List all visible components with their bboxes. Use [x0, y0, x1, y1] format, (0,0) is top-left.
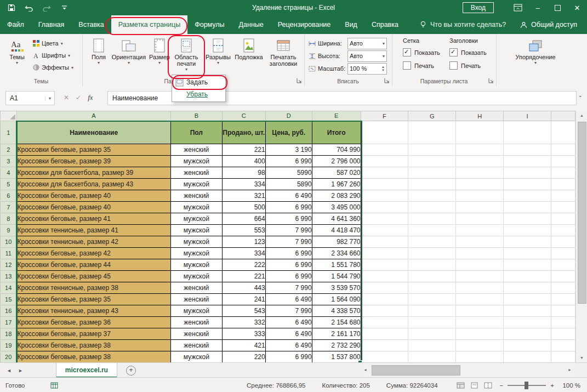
cell-empty[interactable] — [408, 225, 456, 236]
save-icon[interactable] — [7, 3, 16, 13]
cell-empty[interactable] — [551, 340, 575, 351]
cell-C14[interactable]: 443 — [222, 282, 265, 294]
horizontal-scrollbar[interactable]: ◄ ► — [361, 363, 575, 377]
cell-empty[interactable] — [408, 328, 456, 340]
cell-C12[interactable]: 222 — [222, 259, 265, 271]
cell-E10[interactable]: 982 770 — [312, 236, 361, 248]
cell-empty[interactable] — [456, 248, 504, 259]
insert-function-icon[interactable]: fx — [88, 93, 93, 102]
cancel-icon[interactable]: ✕ — [64, 94, 69, 101]
cell-empty[interactable] — [456, 156, 504, 167]
cell-B18[interactable]: женский — [170, 328, 222, 340]
cell-empty[interactable] — [551, 156, 575, 167]
zoom-out-icon[interactable]: − — [500, 382, 504, 389]
cell-empty[interactable] — [361, 271, 408, 282]
cell-B16[interactable]: мужской — [170, 305, 222, 317]
cell-empty[interactable] — [504, 248, 551, 259]
cell-C17[interactable]: 332 — [222, 317, 265, 328]
cell-empty[interactable] — [551, 167, 575, 179]
cell-A3[interactable]: Кроссовки беговые, размер 39 — [16, 156, 170, 167]
row-header-14[interactable]: 14 — [1, 282, 17, 294]
gridlines-print-checkbox[interactable]: Печать — [403, 61, 446, 70]
cell-empty[interactable] — [408, 271, 456, 282]
sheet-nav-right-icon[interactable]: ► — [18, 368, 23, 373]
print-titles-button[interactable]: Печатать заголовки — [265, 36, 301, 67]
tab-home[interactable]: Главная — [31, 15, 72, 34]
tab-formulas[interactable]: Формулы — [187, 15, 231, 34]
tab-insert[interactable]: Вставка — [71, 15, 111, 34]
theme-effects-button[interactable]: Эффекты▾ — [33, 62, 73, 73]
cell-empty[interactable] — [456, 271, 504, 282]
cell-D4[interactable]: 5990 — [265, 167, 312, 179]
row-header-4[interactable]: 4 — [1, 167, 17, 179]
zoom-in-icon[interactable]: + — [550, 382, 554, 389]
cell-empty[interactable] — [361, 167, 408, 179]
cell-A19[interactable]: Кроссовки беговые, размер 38 — [16, 340, 170, 351]
cell-C8[interactable]: 664 — [222, 213, 265, 225]
formula-bar-expand-icon[interactable]: ⌄ — [578, 92, 583, 98]
height-combo[interactable]: Авто▾ — [347, 50, 387, 62]
cell-E20[interactable]: 1 537 800 — [312, 351, 361, 363]
tab-file[interactable]: Файл — [0, 15, 31, 34]
headings-print-checkbox[interactable]: Печать — [449, 61, 493, 70]
view-page-layout-icon[interactable] — [470, 382, 478, 389]
cell-D10[interactable]: 7 990 — [265, 236, 312, 248]
cell-empty[interactable] — [504, 225, 551, 236]
cell-empty[interactable] — [456, 144, 504, 156]
cell-C18[interactable]: 333 — [222, 328, 265, 340]
cell-empty[interactable] — [361, 156, 408, 167]
cell-empty[interactable] — [504, 202, 551, 213]
cell-E5[interactable]: 1 967 260 — [312, 179, 361, 190]
cell-E7[interactable]: 3 495 000 — [312, 202, 361, 213]
cell-A12[interactable]: Кроссовки беговые, размер 44 — [16, 259, 170, 271]
scroll-right-icon[interactable]: ► — [565, 368, 574, 372]
cell-empty[interactable] — [456, 167, 504, 179]
cell-B2[interactable]: женский — [170, 144, 222, 156]
cell-empty[interactable] — [408, 121, 456, 144]
cell-E17[interactable]: 2 154 680 — [312, 317, 361, 328]
scroll-left-icon[interactable]: ◄ — [361, 368, 370, 372]
cell-empty[interactable] — [361, 236, 408, 248]
cell-C7[interactable]: 500 — [222, 202, 265, 213]
row-header-1[interactable]: 1 — [1, 121, 17, 144]
cell-C3[interactable]: 400 — [222, 156, 265, 167]
cell-empty[interactable] — [551, 282, 575, 294]
orientation-button[interactable]: Ориентация ▾ — [112, 36, 146, 65]
cell-empty[interactable] — [504, 305, 551, 317]
cell-D5[interactable]: 5890 — [265, 179, 312, 190]
cell-empty[interactable] — [456, 317, 504, 328]
row-header-18[interactable]: 18 — [1, 328, 17, 340]
vertical-scrollbar[interactable]: ▲ ▼ — [575, 111, 587, 362]
cell-empty[interactable] — [504, 190, 551, 202]
cell-B8[interactable]: мужской — [170, 213, 222, 225]
cell-C15[interactable]: 241 — [222, 294, 265, 305]
margins-button[interactable]: Поля ▾ — [87, 36, 111, 65]
cell-E9[interactable]: 4 418 470 — [312, 225, 361, 236]
column-header-partial[interactable] — [551, 111, 575, 121]
column-header-H[interactable]: H — [456, 111, 504, 121]
cell-E18[interactable]: 2 161 170 — [312, 328, 361, 340]
width-combo[interactable]: Авто▾ — [347, 38, 387, 49]
cell-empty[interactable] — [551, 225, 575, 236]
cell-A15[interactable]: Кроссовки беговые, размер 35 — [16, 294, 170, 305]
cell-empty[interactable] — [408, 213, 456, 225]
cell-E15[interactable]: 1 564 090 — [312, 294, 361, 305]
scroll-up-icon[interactable]: ▲ — [576, 111, 587, 120]
cell-C1[interactable]: Продано, шт. — [222, 121, 265, 144]
cell-C20[interactable]: 220 — [222, 351, 265, 363]
cell-empty[interactable] — [551, 202, 575, 213]
cell-empty[interactable] — [551, 294, 575, 305]
cell-B6[interactable]: женский — [170, 190, 222, 202]
cell-E14[interactable]: 3 539 570 — [312, 282, 361, 294]
cell-empty[interactable] — [504, 328, 551, 340]
column-header-B[interactable]: B — [170, 111, 222, 121]
cell-B5[interactable]: мужской — [170, 179, 222, 190]
cell-empty[interactable] — [504, 294, 551, 305]
cell-empty[interactable] — [551, 259, 575, 271]
cell-C2[interactable]: 221 — [222, 144, 265, 156]
cell-B19[interactable]: женский — [170, 340, 222, 351]
cell-empty[interactable] — [551, 236, 575, 248]
row-header-11[interactable]: 11 — [1, 248, 17, 259]
vertical-scrollbar-thumb[interactable] — [578, 122, 586, 304]
cell-D15[interactable]: 6 490 — [265, 294, 312, 305]
